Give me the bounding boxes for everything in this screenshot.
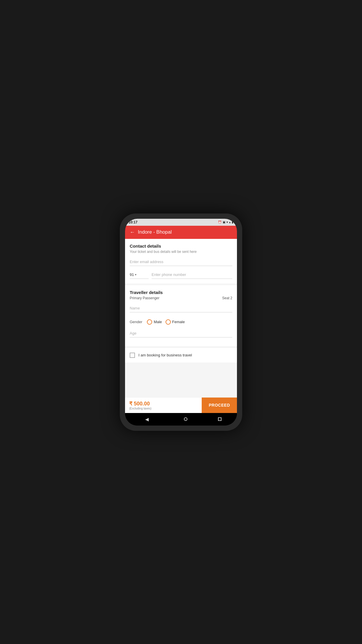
proceed-button[interactable]: PROCEED xyxy=(202,398,237,413)
seat-label: Seat 2 xyxy=(222,296,232,300)
home-nav-button[interactable] xyxy=(184,417,187,421)
back-button[interactable]: ← xyxy=(130,229,135,235)
contact-subtitle: Your ticket and bus details will be sent… xyxy=(130,250,232,254)
business-travel-section: I am booking for business travel xyxy=(125,348,237,363)
traveller-title: Traveller details xyxy=(130,290,232,295)
price-display: ₹ 500.00 xyxy=(129,400,198,407)
passenger-label: Primary Passenger xyxy=(130,296,159,300)
female-label: Female xyxy=(172,320,185,324)
male-radio[interactable] xyxy=(147,319,152,325)
rupee-symbol: ₹ xyxy=(129,401,132,407)
back-nav-button[interactable]: ◀ xyxy=(140,415,153,423)
gender-label: Gender xyxy=(130,320,142,324)
contact-title: Contact details xyxy=(130,244,232,249)
spacer xyxy=(125,364,237,367)
content-area: Contact details Your ticket and bus deta… xyxy=(125,239,237,397)
gender-row: Gender Male Female xyxy=(130,319,232,325)
status-bar: 10:17 ⏰ ▣ ▾ ▴ ▮ xyxy=(125,219,237,226)
contact-section: Contact details Your ticket and bus deta… xyxy=(125,239,237,284)
chevron-down-icon: ▾ xyxy=(135,273,136,276)
price-amount: 500.00 xyxy=(134,401,150,407)
status-time: 10:17 xyxy=(129,220,138,224)
phone-input[interactable] xyxy=(152,270,232,279)
price-note: (Excluding taxes) xyxy=(129,407,198,410)
gender-male-option[interactable]: Male xyxy=(147,319,162,325)
nav-bar: ◀ xyxy=(125,413,237,426)
name-input[interactable] xyxy=(130,304,232,312)
traveller-section: Traveller details Primary Passenger Seat… xyxy=(125,285,237,346)
phone-screen: 10:17 ⏰ ▣ ▾ ▴ ▮ ← Indore - Bhopal Contac… xyxy=(125,219,237,426)
alarm-icon: ⏰ xyxy=(218,220,222,224)
female-radio[interactable] xyxy=(166,319,171,325)
traveller-header: Primary Passenger Seat 2 xyxy=(130,296,232,300)
app-bar: ← Indore - Bhopal xyxy=(125,226,237,239)
sim-icon: ▣ xyxy=(223,220,225,224)
price-section: ₹ 500.00 (Excluding taxes) xyxy=(125,398,202,413)
business-checkbox[interactable] xyxy=(130,353,135,358)
business-label: I am booking for business travel xyxy=(138,353,192,357)
battery-icon: ▮ xyxy=(232,220,233,224)
gender-female-option[interactable]: Female xyxy=(166,319,185,325)
male-label: Male xyxy=(154,320,162,324)
country-code-dropdown[interactable]: 91 ▾ xyxy=(130,272,149,279)
wifi-icon: ▾ xyxy=(226,220,228,224)
bottom-bar: ₹ 500.00 (Excluding taxes) PROCEED xyxy=(125,397,237,413)
country-code-value: 91 xyxy=(130,272,134,277)
status-icons: ⏰ ▣ ▾ ▴ ▮ xyxy=(218,220,233,224)
page-title: Indore - Bhopal xyxy=(138,229,172,235)
email-input[interactable] xyxy=(130,257,232,266)
phone-device: 10:17 ⏰ ▣ ▾ ▴ ▮ ← Indore - Bhopal Contac… xyxy=(120,214,242,431)
recents-nav-button[interactable] xyxy=(218,417,222,421)
signal-icon: ▴ xyxy=(229,220,231,224)
age-input[interactable] xyxy=(130,329,232,337)
phone-row: 91 ▾ xyxy=(130,270,232,279)
